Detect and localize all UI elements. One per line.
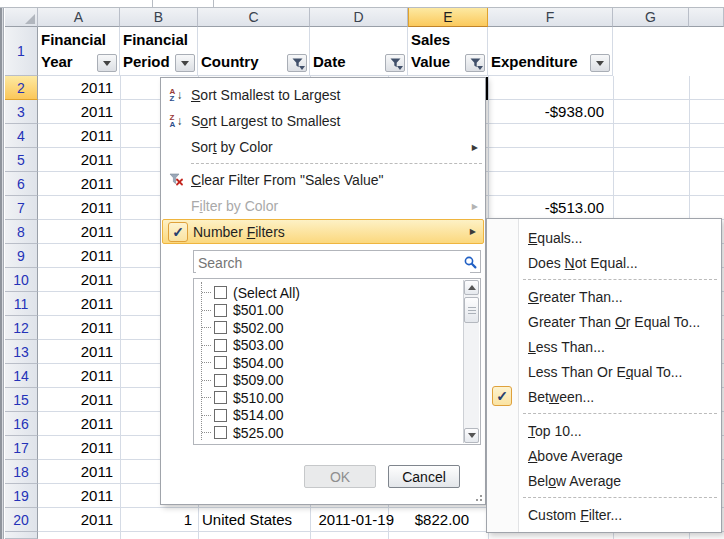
checkbox[interactable] — [214, 339, 227, 352]
list-scrollbar[interactable] — [463, 280, 479, 443]
column-header-B[interactable]: B — [120, 8, 198, 27]
submenu-item-custom-filter[interactable]: Custom Filter... — [487, 502, 721, 527]
checkbox[interactable] — [214, 286, 227, 299]
column-header-A[interactable]: A — [38, 8, 120, 27]
cell-A2[interactable]: 2011 — [38, 76, 120, 100]
filter-applied-button-C[interactable] — [287, 54, 307, 72]
row-header-19[interactable]: 19 — [5, 484, 38, 508]
menu-item-clear-filter-from-sales-value[interactable]: Clear Filter From "Sales Value" — [161, 167, 485, 193]
row-header-12[interactable]: 12 — [5, 316, 38, 340]
row-header-9[interactable]: 9 — [5, 244, 38, 268]
menu-item-sort-smallest-to-largest[interactable]: AZ↓Sort Smallest to Largest — [161, 82, 485, 108]
cell-A12[interactable]: 2011 — [38, 316, 120, 340]
checkbox[interactable] — [214, 374, 227, 387]
header-cell-C[interactable]: Country — [198, 27, 310, 76]
row-header-7[interactable]: 7 — [5, 196, 38, 220]
filter-dropdown-button-F[interactable] — [590, 54, 610, 72]
filter-value-item-partial[interactable] — [202, 442, 480, 446]
row-header-4[interactable]: 4 — [5, 124, 38, 148]
header-cell-F[interactable]: Expenditure — [488, 27, 613, 76]
cell-A16[interactable]: 2011 — [38, 412, 120, 436]
row-header-20[interactable]: 20 — [5, 508, 38, 532]
row-header-2[interactable]: 2 — [5, 76, 38, 100]
filter-value-item[interactable]: $514.00 — [202, 407, 480, 425]
column-header-F[interactable]: F — [488, 8, 613, 27]
row-header-18[interactable]: 18 — [5, 460, 38, 484]
cell-A17[interactable]: 2011 — [38, 436, 120, 460]
menu-item-sort-largest-to-smallest[interactable]: ZA↓Sort Largest to Smallest — [161, 108, 485, 134]
scroll-up-button[interactable] — [464, 280, 479, 295]
cell-F3[interactable]: -$938.00 — [488, 100, 613, 124]
filter-dropdown-button-A[interactable] — [97, 54, 117, 72]
row-header-15[interactable]: 15 — [5, 388, 38, 412]
cell-A11[interactable]: 2011 — [38, 292, 120, 316]
submenu-item-between[interactable]: ✓Between... — [487, 384, 721, 409]
cell-A14[interactable]: 2011 — [38, 364, 120, 388]
filter-applied-button-D[interactable] — [385, 54, 405, 72]
cell-D20[interactable]: 2011-01-19 — [310, 508, 408, 532]
row-header-3[interactable]: 3 — [5, 100, 38, 124]
submenu-item-less-than[interactable]: Less Than... — [487, 334, 721, 359]
filter-value-item[interactable]: $501.00 — [202, 302, 480, 320]
submenu-item-greater-than-or-equal-to[interactable]: Greater Than Or Equal To... — [487, 309, 721, 334]
submenu-item-equals[interactable]: Equals... — [487, 225, 721, 250]
filter-applied-button-E[interactable] — [465, 54, 485, 72]
cell-E20[interactable]: $822.00 — [408, 508, 488, 532]
row-header-16[interactable]: 16 — [5, 412, 38, 436]
submenu-item-top-10[interactable]: Top 10... — [487, 418, 721, 443]
submenu-item-greater-than[interactable]: Greater Than... — [487, 284, 721, 309]
scroll-down-button[interactable] — [464, 428, 479, 443]
filter-value-item[interactable]: (Select All) — [202, 284, 480, 302]
cell-A10[interactable]: 2011 — [38, 268, 120, 292]
cell-A8[interactable]: 2011 — [38, 220, 120, 244]
cell-A20[interactable]: 2011 — [38, 508, 120, 532]
column-header-G[interactable]: G — [613, 8, 689, 27]
row-header-6[interactable]: 6 — [5, 172, 38, 196]
checkbox[interactable] — [214, 391, 227, 404]
cell-A3[interactable]: 2011 — [38, 100, 120, 124]
row-header-1[interactable]: 1 — [5, 27, 38, 76]
cell-F7[interactable]: -$513.00 — [488, 196, 613, 220]
header-cell-D[interactable]: Date — [310, 27, 408, 76]
row-header-17[interactable]: 17 — [5, 436, 38, 460]
cell-A18[interactable]: 2011 — [38, 460, 120, 484]
cell-A6[interactable]: 2011 — [38, 172, 120, 196]
header-cell-E[interactable]: SalesValue — [408, 27, 488, 76]
column-header-D[interactable]: D — [310, 8, 408, 27]
cell-A5[interactable]: 2011 — [38, 148, 120, 172]
cell-A19[interactable]: 2011 — [38, 484, 120, 508]
filter-value-item[interactable]: $504.00 — [202, 354, 480, 372]
checkbox[interactable] — [214, 321, 227, 334]
column-header-partial[interactable] — [689, 8, 724, 27]
column-header-E[interactable]: E — [408, 8, 488, 27]
header-cell-A[interactable]: FinancialYear — [38, 27, 120, 76]
row-header-11[interactable]: 11 — [5, 292, 38, 316]
cell-A9[interactable]: 2011 — [38, 244, 120, 268]
resize-grip[interactable] — [472, 491, 482, 501]
row-header-5[interactable]: 5 — [5, 148, 38, 172]
filter-dropdown-button-B[interactable] — [175, 54, 195, 72]
checkbox[interactable] — [214, 409, 227, 422]
submenu-item-less-than-or-equal-to[interactable]: Less Than Or Equal To... — [487, 359, 721, 384]
cancel-button[interactable]: Cancel — [388, 465, 460, 488]
cell-A7[interactable]: 2011 — [38, 196, 120, 220]
cell-C20[interactable]: United States — [198, 508, 310, 532]
row-header-13[interactable]: 13 — [5, 340, 38, 364]
filter-value-item[interactable]: $510.00 — [202, 389, 480, 407]
header-cell-B[interactable]: FinancialPeriod — [120, 27, 198, 76]
cell-A13[interactable]: 2011 — [38, 340, 120, 364]
column-header-C[interactable]: C — [198, 8, 310, 27]
checkbox[interactable] — [214, 444, 227, 445]
row-header-10[interactable]: 10 — [5, 268, 38, 292]
row-header-14[interactable]: 14 — [5, 364, 38, 388]
cell-B20[interactable]: 1 — [120, 508, 198, 532]
menu-item-filter-by-color[interactable]: Filter by Color▶ — [161, 193, 485, 219]
checkbox[interactable] — [214, 356, 227, 369]
cell-A15[interactable]: 2011 — [38, 388, 120, 412]
select-all-corner[interactable] — [5, 8, 38, 27]
checkbox[interactable] — [214, 304, 227, 317]
submenu-item-below-average[interactable]: Below Average — [487, 468, 721, 493]
ok-button[interactable]: OK — [304, 465, 376, 488]
scrollbar-thumb[interactable] — [464, 297, 479, 323]
search-input[interactable] — [196, 252, 470, 273]
